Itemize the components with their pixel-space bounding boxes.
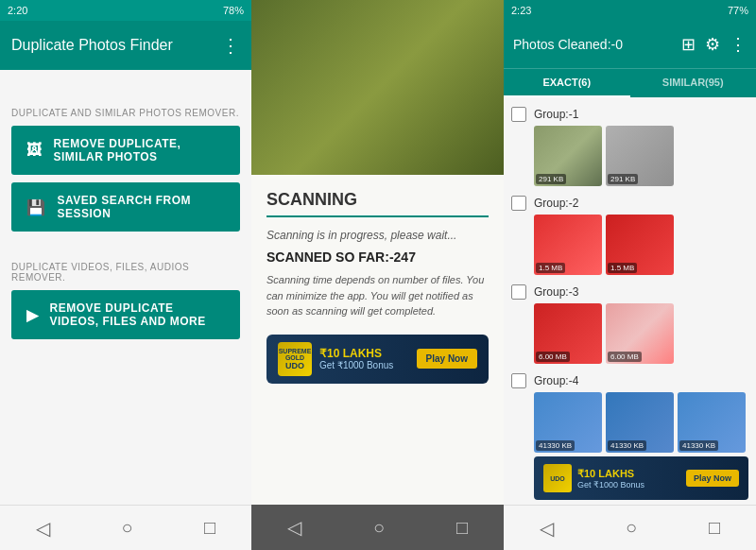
photo-g2-2[interactable]: 1.5 MB: [606, 215, 674, 275]
photo-g4-3[interactable]: 41330 KB: [678, 392, 746, 453]
group-1-label: Group:-1: [534, 108, 578, 121]
scan-title: SCANNING: [266, 190, 489, 217]
group-2-header: Group:-2: [511, 190, 748, 215]
scan-status: Scanning is in progress, please wait...: [266, 229, 489, 242]
ad-play-button-2[interactable]: Play Now: [417, 349, 477, 369]
photo-g4-1[interactable]: 41330 KB: [534, 392, 602, 453]
recent-button-3[interactable]: □: [709, 517, 720, 539]
main-content-1: DUPLICATE AND SIMILAR PHOTOS REMOVER. 🖼 …: [0, 70, 251, 505]
back-button-1[interactable]: ◁: [36, 517, 50, 540]
group-4-photos: 41330 KB 41330 KB 41330 KB: [511, 392, 748, 453]
status-bar-1: 2:20 78%: [0, 0, 251, 21]
section-label-1: DUPLICATE AND SIMILAR PHOTOS REMOVER.: [11, 108, 240, 118]
tab-exact[interactable]: EXACT(6): [504, 69, 630, 97]
tabs-bar: EXACT(6) SIMILAR(95): [504, 68, 756, 97]
group-3-photos: 6.00 MB 6.00 MB: [511, 303, 748, 364]
panel-scanning: SCANNING Scanning is in progress, please…: [251, 0, 504, 550]
battery-1: 78%: [223, 5, 244, 16]
save-icon: 💾: [26, 198, 46, 216]
photos-cleaned-title: Photos Cleaned:-0: [513, 37, 623, 52]
group-2-label: Group:-2: [534, 197, 578, 210]
photo-g4-2[interactable]: 41330 KB: [606, 392, 674, 453]
nav-bar-3: ◁ ○ □: [504, 505, 756, 550]
toolbar-icons-3: ⊞ ⚙ ⋮: [681, 34, 747, 55]
time-3: 2:23: [511, 5, 531, 16]
ad-banner-3[interactable]: UDO ₹10 LAKHS Get ₹1000 Bonus Play Now: [534, 456, 748, 500]
ad-logo-text-2: UDO: [278, 361, 312, 370]
section-label-2: DUPLICATE VIDEOS, FILES, AUDIOS REMOVER.: [11, 262, 240, 283]
size-g2-2: 1.5 MB: [608, 263, 637, 273]
back-button-3[interactable]: ◁: [540, 517, 554, 540]
ad-sub-text-3: Get ₹1000 Bonus: [577, 480, 680, 490]
ad-brand-2: SUPREME GOLD: [278, 348, 312, 361]
group-1-photos: 291 KB 291 KB: [511, 126, 748, 186]
more-icon-3[interactable]: ⋮: [730, 34, 747, 55]
photos-icon: 🖼: [26, 142, 43, 159]
ad-main-text-3: ₹10 LAKHS: [577, 468, 680, 480]
ad-sub-text-2: Get ₹1000 Bonus: [319, 360, 409, 370]
more-icon-1[interactable]: ⋮: [221, 34, 240, 57]
back-button-2[interactable]: ◁: [287, 516, 301, 539]
recent-button-1[interactable]: □: [204, 517, 215, 539]
ad-logo-2: SUPREME GOLD UDO: [278, 342, 312, 376]
photo-g1-1[interactable]: 291 KB: [534, 126, 602, 186]
group-2-photos: 1.5 MB 1.5 MB: [511, 215, 748, 275]
scan-count: SCANNED SO FAR:-247: [266, 249, 489, 265]
status-bar-3: 2:23 77%: [504, 0, 756, 21]
home-button-3[interactable]: ○: [626, 517, 637, 539]
video-icon: ▶: [26, 306, 39, 324]
ad-play-button-3[interactable]: Play Now: [686, 470, 739, 487]
time-1: 2:20: [8, 5, 27, 16]
saved-search-button[interactable]: 💾 SAVED SEARCH FROM SESSION: [11, 182, 240, 232]
size-g4-1: 41330 KB: [536, 440, 575, 451]
grid-icon[interactable]: ⊞: [681, 34, 696, 55]
group-3-label: Group:-3: [534, 285, 578, 299]
group-4-checkbox[interactable]: [511, 373, 526, 388]
recent-button-2[interactable]: □: [456, 517, 468, 539]
nav-bar-2: ◁ ○ □: [251, 505, 504, 550]
groups-list: Group:-1 291 KB 291 KB Group:-2 1.5 MB: [504, 97, 756, 505]
scan-info: Scanning time depends on number of files…: [266, 272, 489, 319]
ad-text-2: ₹10 LAKHS Get ₹1000 Bonus: [319, 347, 409, 370]
group-2-checkbox[interactable]: [511, 196, 526, 211]
photo-g2-1[interactable]: 1.5 MB: [534, 215, 602, 275]
photo-g3-2[interactable]: 6.00 MB: [606, 303, 674, 364]
home-button-2[interactable]: ○: [373, 517, 385, 539]
size-g1-1: 291 KB: [536, 174, 566, 184]
group-4-label: Group:-4: [534, 374, 578, 387]
photo-g3-1[interactable]: 6.00 MB: [534, 303, 602, 364]
size-g3-2: 6.00 MB: [608, 352, 642, 362]
photo-g1-2[interactable]: 291 KB: [606, 126, 674, 186]
app-title-1: Duplicate Photos Finder: [11, 37, 173, 54]
size-g2-1: 1.5 MB: [536, 263, 565, 273]
size-g1-2: 291 KB: [608, 174, 638, 184]
panel-duplicate-finder: 2:20 78% Duplicate Photos Finder ⋮ DUPLI…: [0, 0, 251, 550]
battery-3: 77%: [728, 5, 748, 16]
ad-text-3: ₹10 LAKHS Get ₹1000 Bonus: [577, 468, 680, 490]
toolbar-3: Photos Cleaned:-0 ⊞ ⚙ ⋮: [504, 21, 756, 68]
remove-duplicate-photos-button[interactable]: 🖼 REMOVE DUPLICATE, SIMILAR PHOTOS: [11, 126, 240, 175]
ad-banner-2[interactable]: SUPREME GOLD UDO ₹10 LAKHS Get ₹1000 Bon…: [266, 335, 489, 384]
scan-content: SCANNING Scanning is in progress, please…: [251, 175, 504, 505]
panel3-inner: 2:23 77% Photos Cleaned:-0 ⊞ ⚙ ⋮ EXACT(6…: [504, 0, 756, 550]
group-3-header: Group:-3: [511, 279, 748, 303]
size-g4-2: 41330 KB: [608, 440, 646, 451]
size-g3-1: 6.00 MB: [536, 352, 570, 362]
settings-icon[interactable]: ⚙: [705, 34, 720, 55]
ad-main-text-2: ₹10 LAKHS: [319, 347, 409, 360]
home-button-1[interactable]: ○: [121, 517, 132, 539]
tab-similar[interactable]: SIMILAR(95): [630, 69, 757, 97]
ad-logo-3: UDO: [543, 464, 572, 492]
toolbar-1: Duplicate Photos Finder ⋮: [0, 21, 251, 70]
panel-photos-cleaned: 2:23 77% Photos Cleaned:-0 ⊞ ⚙ ⋮ EXACT(6…: [504, 0, 756, 550]
remove-duplicate-videos-button[interactable]: ▶ REMOVE DUPLICATE VIDEOS, FILES AND MOR…: [11, 290, 240, 339]
size-g4-3: 41330 KB: [679, 440, 718, 451]
nav-bar-1: ◁ ○ □: [0, 505, 251, 550]
background-image: [251, 0, 504, 180]
group-4-header: Group:-4: [511, 368, 748, 392]
group-3-checkbox[interactable]: [511, 284, 526, 300]
group-1-checkbox[interactable]: [511, 107, 526, 122]
group-1-header: Group:-1: [511, 101, 748, 126]
